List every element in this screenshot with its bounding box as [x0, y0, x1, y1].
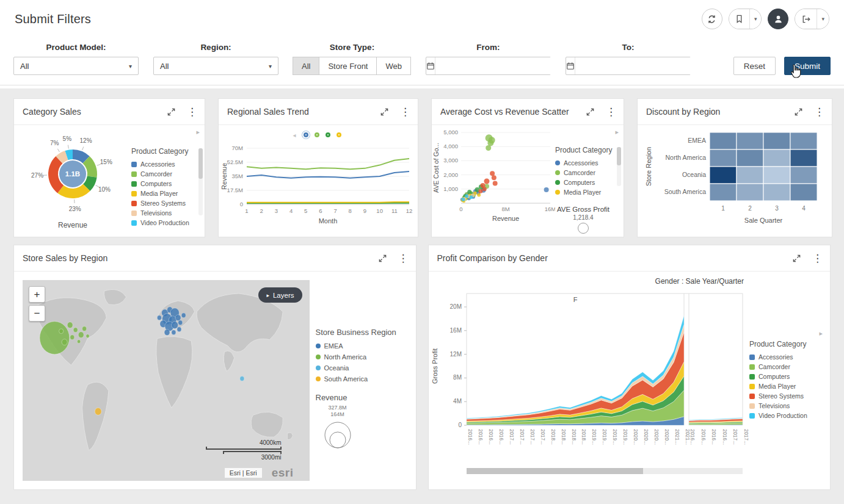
expand-icon[interactable]	[380, 107, 389, 117]
series-toggle-camcorder[interactable]	[315, 132, 319, 137]
svg-text:17.5M: 17.5M	[227, 187, 243, 193]
triangle-right-icon: ▸	[266, 292, 269, 298]
store-type-option-store-front[interactable]: Store Front	[319, 57, 377, 75]
product-model-value: All	[20, 62, 29, 71]
legend-title: Product Category	[555, 146, 624, 154]
svg-text:3: 3	[775, 205, 779, 212]
svg-text:Revenue: Revenue	[492, 215, 519, 222]
zoom-out-button[interactable]: −	[29, 305, 45, 322]
export-button[interactable]	[795, 9, 817, 29]
svg-text:52.5M: 52.5M	[227, 159, 243, 165]
menu-icon[interactable]: ⋮	[812, 253, 823, 264]
svg-text:2016...: 2016...	[711, 429, 717, 445]
svg-text:7: 7	[333, 207, 337, 214]
page-title: Submit Filters	[15, 12, 91, 26]
legend-item[interactable]: Computers	[749, 372, 830, 381]
legend-item[interactable]: Stereo Systems	[749, 391, 830, 401]
esri-logo: esri	[272, 466, 294, 480]
legend-title: Store Business Region	[316, 328, 407, 337]
trend-legend-markers	[304, 132, 341, 137]
legend-item[interactable]: Camcorder	[555, 168, 624, 178]
store-type-option-web[interactable]: Web	[376, 57, 411, 75]
size-legend: AVE Gross Profit 1,218.4	[555, 206, 611, 237]
svg-text:2017...: 2017...	[732, 429, 738, 445]
legend-item[interactable]: Media Player	[555, 187, 624, 197]
svg-text:0: 0	[458, 422, 462, 428]
store-type-option-all[interactable]: All	[293, 57, 319, 75]
legend-item[interactable]: Accessories	[131, 159, 205, 169]
chart-scrollbar[interactable]	[467, 468, 743, 474]
refresh-button[interactable]	[702, 9, 722, 29]
menu-icon[interactable]: ⋮	[400, 107, 410, 117]
from-field: From:	[426, 43, 551, 75]
legend-item[interactable]: Computers	[131, 179, 205, 189]
legend-item[interactable]: Televisions	[131, 208, 205, 218]
zoom-in-button[interactable]: +	[29, 286, 45, 303]
reset-button[interactable]: Reset	[733, 57, 776, 75]
user-filter-button[interactable]	[768, 9, 788, 29]
legend-item[interactable]: Video Production	[749, 411, 830, 420]
menu-icon[interactable]: ⋮	[606, 107, 616, 117]
legend-item[interactable]: Media Player	[131, 189, 205, 198]
svg-text:2020...: 2020...	[664, 429, 670, 445]
refresh-icon	[707, 14, 717, 24]
svg-text:6: 6	[319, 207, 322, 214]
svg-text:4M: 4M	[453, 398, 462, 405]
panel-cost-revenue-scatter: Average Cost vs Revenue Scatter ⋮ ▸ 1,00…	[431, 98, 624, 237]
legend-item[interactable]: Oceania	[316, 362, 407, 373]
legend-scrollbar[interactable]	[198, 148, 203, 215]
svg-text:4,000: 4,000	[443, 143, 458, 149]
legend-swatch	[316, 355, 321, 359]
layers-button[interactable]: ▸ Layers	[258, 287, 302, 303]
legend-item[interactable]: Camcorder	[131, 169, 205, 179]
legend-scrollbar[interactable]	[617, 147, 621, 186]
legend-item[interactable]: Media Player	[749, 381, 830, 391]
svg-text:2020...: 2020...	[643, 429, 649, 445]
legend-item[interactable]: Accessories	[749, 352, 830, 362]
legend-item[interactable]: North America	[316, 351, 407, 362]
trend-legend: ◂	[220, 128, 414, 142]
product-model-select[interactable]: All ▾	[13, 57, 139, 75]
expand-icon[interactable]	[794, 107, 803, 117]
bookmark-button[interactable]	[729, 9, 749, 29]
chevron-down-icon: ▾	[129, 63, 132, 70]
scrollbar-thumb[interactable]	[467, 468, 643, 474]
export-dropdown-button[interactable]: ▾	[817, 9, 829, 29]
series-toggle-media-player[interactable]	[337, 132, 341, 137]
legend-pager-icon[interactable]: ▸	[819, 330, 823, 337]
legend-item[interactable]: Computers	[555, 178, 624, 187]
series-toggle-computers[interactable]	[326, 132, 330, 137]
menu-icon[interactable]: ⋮	[187, 107, 197, 117]
legend-item[interactable]: EMEA	[316, 340, 407, 351]
region-select[interactable]: All ▾	[153, 57, 278, 75]
expand-icon[interactable]	[586, 107, 595, 117]
calendar-icon[interactable]	[566, 57, 575, 74]
series-toggle-accessories[interactable]	[304, 132, 308, 137]
menu-icon[interactable]: ⋮	[398, 253, 409, 264]
world-map[interactable]: + − ▸ Layers 4000km 3000mi Esri | Esri	[23, 280, 310, 481]
expand-icon[interactable]	[167, 107, 176, 117]
svg-text:North America: North America	[665, 154, 706, 161]
submit-button[interactable]: Submit	[784, 57, 831, 75]
profit-area-chart: Gender : Sale Year/Quarter04M8M12M16M20M…	[429, 272, 749, 459]
calendar-icon[interactable]	[426, 57, 435, 74]
legend-item[interactable]: Video Production	[131, 218, 205, 228]
profit-legend: ▸ Product Category AccessoriesCamcorderC…	[749, 272, 830, 489]
legend-item[interactable]: South America	[316, 373, 407, 384]
to-field: To:	[566, 43, 691, 75]
legend-item[interactable]: Camcorder	[749, 362, 830, 372]
menu-icon[interactable]: ⋮	[814, 107, 824, 117]
svg-text:2019...: 2019...	[612, 429, 618, 445]
legend-item[interactable]: Stereo Systems	[131, 198, 205, 208]
expand-icon[interactable]	[378, 254, 387, 263]
legend-swatch	[749, 384, 755, 389]
legend-pager-icon[interactable]: ◂	[293, 132, 296, 139]
panel-store-sales-map: Store Sales by Region ⋮ + −	[13, 245, 417, 490]
bookmark-dropdown-button[interactable]: ▾	[749, 9, 762, 29]
svg-text:23%: 23%	[69, 206, 81, 212]
legend-item[interactable]: Accessories	[555, 158, 624, 168]
to-date-input[interactable]	[575, 57, 693, 74]
expand-icon[interactable]	[792, 254, 801, 263]
legend-item[interactable]: Televisions	[749, 401, 830, 411]
from-date-input[interactable]	[435, 57, 553, 74]
